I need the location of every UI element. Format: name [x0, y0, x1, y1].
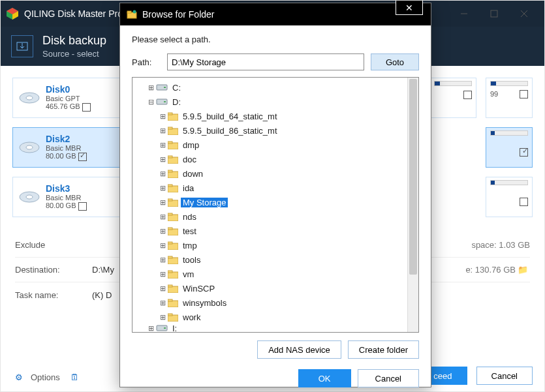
tree-node-label: tmp [181, 241, 199, 250]
folder-icon [168, 170, 178, 178]
partition-tail[interactable]: 99 [486, 78, 533, 118]
tail-label: 99 [490, 90, 498, 98]
tree-node[interactable]: ⊞dmp [159, 138, 416, 152]
expand-icon[interactable]: ⊞ [159, 184, 166, 192]
taskname-label: Task name: [15, 290, 92, 300]
maximize-button[interactable] [479, 1, 509, 27]
create-folder-button[interactable]: Create folder [348, 340, 419, 359]
close-button[interactable] [509, 1, 539, 27]
expand-icon[interactable]: ⊞ [159, 313, 166, 322]
dialog-prompt: Please select a path. [132, 35, 419, 44]
disk-checkbox[interactable] [78, 202, 87, 211]
tree-node-label: down [181, 169, 205, 179]
tail-checkbox[interactable] [520, 148, 528, 157]
disk-checkbox[interactable] [78, 153, 87, 161]
tree-node[interactable]: ⊞test [159, 224, 416, 238]
cancel-button[interactable]: Cancel [476, 367, 533, 385]
svg-rect-35 [168, 199, 172, 201]
options-link[interactable]: Options [31, 372, 60, 382]
tree-node[interactable]: ⊞My Storage [159, 195, 416, 209]
minimize-button[interactable] [449, 1, 479, 27]
free-space: e: 130.76 GB [465, 265, 516, 275]
tree-node[interactable]: ⊞down [159, 166, 416, 181]
folder-icon [168, 198, 178, 207]
tree-node[interactable]: ⊞5.9.5_build_86_static_mt [159, 123, 416, 138]
disk-icon [18, 140, 40, 155]
app-logo-icon [6, 7, 19, 20]
dialog-cancel-button[interactable]: Cancel [358, 369, 419, 387]
folder-icon [168, 227, 178, 235]
expand-icon[interactable]: ⊞ [159, 170, 166, 178]
tree-node[interactable]: ⊞I: [147, 324, 416, 332]
expand-icon[interactable]: ⊞ [159, 112, 166, 121]
tree-scrollbar[interactable] [407, 78, 418, 332]
expand-icon[interactable]: ⊞ [147, 324, 155, 332]
svg-point-14 [26, 195, 33, 199]
schedule-icon[interactable]: 🗓 [68, 372, 82, 382]
folder-icon [168, 213, 178, 221]
expand-icon[interactable]: ⊞ [159, 141, 166, 149]
tree-node[interactable]: ⊞vm [159, 267, 416, 281]
tree-node[interactable]: ⊞winsymbols [159, 295, 416, 310]
expand-icon[interactable]: ⊞ [159, 270, 166, 279]
path-input[interactable] [167, 53, 364, 70]
disk-checkbox[interactable] [82, 103, 91, 112]
folder-icon [168, 155, 178, 164]
tree-node-label: D: [170, 97, 183, 107]
svg-rect-49 [168, 299, 172, 301]
expand-icon[interactable]: ⊞ [159, 256, 166, 264]
dialog-titlebar: Browse for Folder [120, 3, 431, 25]
tree-node[interactable]: ⊞doc [159, 152, 416, 166]
folder-icon [168, 141, 178, 149]
tree-node-label: nds [181, 212, 198, 222]
tree-node-label: winsymbols [181, 298, 228, 308]
folder-icon [168, 112, 178, 121]
expand-icon[interactable]: ⊟ [147, 98, 155, 106]
goto-button[interactable]: Goto [371, 53, 419, 70]
svg-rect-47 [168, 285, 172, 287]
add-nas-button[interactable]: Add NAS device [257, 340, 341, 359]
path-label: Path: [132, 57, 161, 67]
tree-node[interactable]: ⊞WinSCP [159, 281, 416, 295]
tree-node[interactable]: ⊟D: [147, 95, 416, 109]
ok-button[interactable]: OK [298, 369, 351, 387]
svg-rect-39 [168, 228, 172, 230]
svg-rect-37 [168, 213, 172, 215]
browse-folder-icon[interactable]: 📁 [516, 265, 530, 275]
tree-node[interactable]: ⊞tmp [159, 238, 416, 252]
svg-rect-23 [168, 113, 172, 115]
dialog-close-button[interactable]: ✕ [396, 1, 423, 15]
svg-point-10 [26, 96, 33, 100]
expand-icon[interactable]: ⊞ [159, 299, 166, 307]
expand-icon[interactable]: ⊞ [159, 155, 166, 164]
tree-node-label: test [181, 226, 198, 236]
tail-checkbox[interactable] [463, 91, 472, 99]
tree-node[interactable]: ⊞work [159, 310, 416, 324]
tree-node[interactable]: ⊞tools [159, 252, 416, 267]
expand-icon[interactable]: ⊞ [159, 127, 166, 135]
tree-node[interactable]: ⊞C: [147, 80, 416, 95]
partition-tail[interactable] [486, 177, 533, 217]
svg-rect-31 [168, 170, 172, 172]
expand-icon[interactable]: ⊞ [159, 198, 166, 207]
disk-size: 80.00 GB [46, 152, 76, 160]
tree-node[interactable]: ⊞nds [159, 209, 416, 224]
tail-checkbox[interactable] [520, 90, 528, 98]
expand-icon[interactable]: ⊞ [147, 83, 155, 92]
tree-node-label: My Storage [181, 198, 228, 207]
tail-checkbox[interactable] [520, 198, 528, 206]
expand-icon[interactable]: ⊞ [159, 213, 166, 221]
expand-icon[interactable]: ⊞ [159, 241, 166, 250]
folder-icon [168, 284, 178, 293]
folder-icon [168, 299, 178, 307]
taskname-value: (K) D [92, 290, 112, 300]
expand-icon[interactable]: ⊞ [159, 227, 166, 235]
expand-icon[interactable]: ⊞ [159, 284, 166, 293]
tree-node[interactable]: ⊞ida [159, 181, 416, 195]
destination-label: Destination: [15, 265, 92, 275]
partition-tail[interactable] [486, 127, 533, 168]
tree-node[interactable]: ⊞5.9.5_build_64_static_mt [159, 109, 416, 123]
dialog-title: Browse for Folder [142, 9, 214, 20]
partition-tail[interactable] [429, 78, 476, 118]
folder-icon [168, 241, 178, 250]
